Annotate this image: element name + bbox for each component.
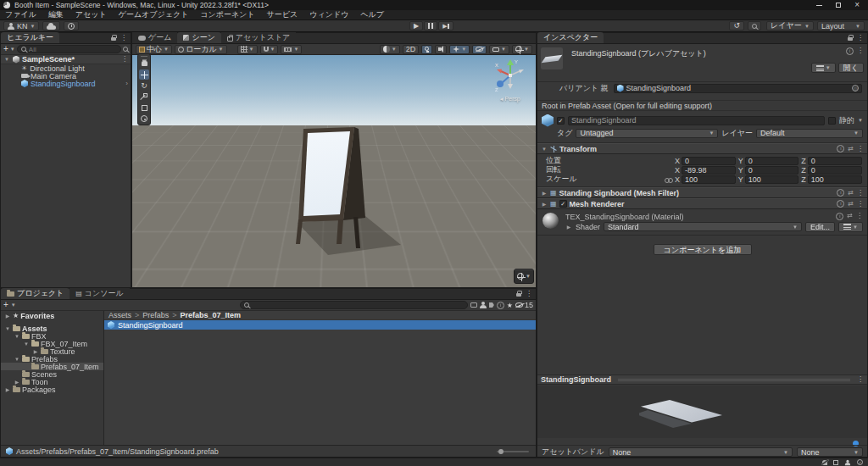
notifications-muted-icon[interactable] (822, 460, 827, 465)
step-button[interactable] (438, 21, 453, 31)
project-tree-item[interactable]: ▶ Packages (1, 386, 103, 393)
preview-drag-handle[interactable] (618, 379, 850, 381)
project-search-input[interactable] (252, 302, 464, 309)
presets-icon[interactable]: ⇄ (848, 190, 854, 197)
kebab-menu-icon[interactable]: ⋮ (857, 146, 864, 153)
open-prefab-button[interactable]: 開く (838, 63, 864, 73)
menu-item[interactable]: ファイル (5, 9, 36, 20)
project-search[interactable] (240, 301, 468, 309)
create-button[interactable]: + (3, 45, 8, 53)
handle-rotation-button[interactable]: ローカル▼ (175, 45, 227, 54)
foldout-icon[interactable]: ▶ (4, 313, 11, 319)
scene-audio-toggle[interactable] (435, 45, 447, 54)
scene-header-row[interactable]: ▼ SampleScene* ⋮ (1, 55, 131, 64)
hierarchy-item[interactable]: StandingSignboard › (1, 80, 131, 87)
breadcrumb-item[interactable]: Prefabs > (142, 311, 176, 319)
lock-icon[interactable] (111, 37, 116, 41)
prefab-menu-button[interactable]: ▼ (811, 63, 836, 73)
layer-dropdown[interactable]: Default▼ (756, 129, 863, 138)
chevron-down-icon[interactable]: ▼ (11, 302, 16, 308)
pivot-mode-button[interactable]: 中心▼ (136, 45, 172, 54)
view-tab[interactable]: アセットストア (221, 32, 296, 43)
kebab-menu-icon[interactable]: ⋮ (526, 291, 532, 297)
z-value-field[interactable]: 100 (808, 175, 862, 184)
foldout-icon[interactable]: ▼ (14, 357, 20, 362)
close-icon[interactable]: × (854, 1, 860, 9)
help-icon[interactable] (836, 213, 843, 220)
breadcrumb-item[interactable]: Assets > (108, 311, 139, 319)
active-checkbox[interactable]: ✓ (557, 117, 565, 125)
kebab-menu-icon[interactable]: ⋮ (857, 190, 864, 197)
kebab-menu-icon[interactable]: ⋮ (857, 35, 864, 42)
foldout-icon[interactable]: ▼ (23, 341, 30, 347)
assetbundle-dropdown[interactable]: None▼ (609, 447, 793, 457)
z-value-field[interactable]: 0 (808, 157, 862, 165)
asset-item-selected[interactable]: StandingSignboard (104, 320, 536, 330)
kebab-menu-icon[interactable]: ⋮ (121, 56, 128, 63)
foldout-icon[interactable]: ▶ (4, 386, 11, 392)
hierarchy-search[interactable] (17, 45, 121, 53)
hierarchy-search-input[interactable] (29, 46, 117, 53)
z-value-field[interactable]: 0 (808, 166, 862, 175)
tab-inspector[interactable]: インスペクター (537, 32, 604, 43)
preview-viewport[interactable] (537, 386, 867, 438)
lock-icon[interactable] (516, 293, 521, 297)
snap-settings-button[interactable]: ▼ (260, 45, 279, 54)
maximize-icon[interactable] (836, 3, 841, 8)
shader-dropdown[interactable]: Standard▼ (604, 222, 802, 231)
2d-toggle[interactable]: 2D (403, 45, 420, 54)
gameobject-name-field[interactable]: StandingSignboard (568, 116, 825, 125)
cloud-button[interactable] (42, 21, 60, 31)
presets-icon[interactable]: ⇄ (848, 201, 854, 208)
info-icon[interactable] (846, 47, 854, 55)
grid-visibility-button[interactable]: ▼ (237, 45, 258, 54)
tag-dropdown[interactable]: Untagged▼ (576, 129, 718, 138)
foldout-icon[interactable]: ▶ (541, 201, 548, 207)
panel-tab[interactable]: プロジェクト (1, 288, 70, 299)
kebab-menu-icon[interactable]: ⋮ (120, 35, 127, 42)
help-icon[interactable] (837, 189, 844, 197)
background-tasks-icon[interactable] (857, 459, 863, 465)
shader-edit-button[interactable]: Edit... (805, 222, 835, 232)
rotate-tool-button[interactable]: ↻ (139, 80, 149, 91)
transform-component-header[interactable]: ▼ Transform ⇄ ⋮ (537, 143, 867, 154)
tab-hierarchy[interactable]: ヒエラルキー (1, 32, 59, 43)
account-button[interactable]: KN ▼ (3, 21, 39, 31)
foldout-icon[interactable]: ▶ (32, 348, 39, 354)
play-button[interactable]: ▶ (409, 21, 423, 31)
y-value-field[interactable]: 100 (745, 175, 799, 184)
target-picker-icon[interactable]: ◎ (852, 85, 859, 92)
gizmos-button[interactable]: ▼ (512, 45, 532, 54)
menu-item[interactable]: ヘルプ (360, 9, 384, 20)
search-filter-icon[interactable] (123, 47, 128, 52)
perspective-label[interactable]: ◂ Persp (492, 96, 529, 103)
undo-history-button[interactable] (64, 21, 79, 31)
standing-signboard-object[interactable] (289, 123, 416, 267)
layers-dropdown[interactable]: レイヤー▼ (766, 21, 814, 31)
snap-increment-button[interactable]: ▼ (281, 45, 302, 54)
foldout-icon[interactable]: ▶ (14, 379, 20, 385)
foldout-icon[interactable]: ▶ (541, 190, 548, 196)
history-button[interactable]: ↺ (729, 21, 744, 31)
help-icon[interactable] (837, 145, 844, 153)
scale-tool-button[interactable] (139, 92, 149, 102)
chevron-right-icon[interactable]: › (125, 80, 128, 87)
presets-icon[interactable]: ⇄ (847, 213, 853, 220)
scene-visibility-toggle[interactable] (472, 45, 487, 54)
effects-toggle[interactable]: ▼ (449, 45, 470, 54)
collab-icon[interactable] (845, 459, 850, 464)
kebab-menu-icon[interactable]: ⋮ (857, 201, 864, 208)
project-tree-item[interactable]: ▶ Favorites (1, 312, 103, 319)
search-button[interactable] (748, 21, 761, 31)
package-cache-icon[interactable] (833, 460, 838, 465)
add-component-button[interactable]: コンポーネントを追加 (654, 244, 752, 255)
chevron-down-icon[interactable]: ▼ (10, 47, 15, 52)
x-value-field[interactable]: 100 (682, 175, 736, 184)
view-tab[interactable]: ゲーム (132, 32, 177, 43)
foldout-icon[interactable]: ▼ (541, 147, 548, 152)
camera-settings-button[interactable]: ▼ (489, 45, 509, 54)
x-value-field[interactable]: 0 (682, 157, 736, 165)
variant-parent-field[interactable]: StandingSignboard ◎ (614, 84, 862, 93)
assetbundle-variant-dropdown[interactable]: None▼ (797, 447, 863, 457)
palette-drag-handle[interactable] (139, 55, 149, 58)
